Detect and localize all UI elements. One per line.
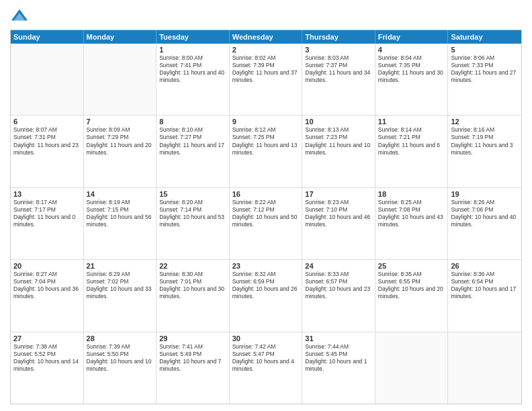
day-info: Sunrise: 7:42 AM Sunset: 5:47 PM Dayligh… — [232, 343, 300, 373]
calendar-cell: 12Sunrise: 8:16 AM Sunset: 7:19 PM Dayli… — [448, 116, 521, 187]
weekday-header: Wednesday — [230, 30, 303, 44]
day-number: 6 — [13, 118, 81, 126]
day-info: Sunrise: 8:25 AM Sunset: 7:08 PM Dayligh… — [378, 199, 445, 228]
calendar-cell — [11, 44, 84, 115]
day-number: 13 — [13, 190, 81, 198]
day-info: Sunrise: 7:38 AM Sunset: 5:52 PM Dayligh… — [13, 343, 81, 373]
calendar-row: 27Sunrise: 7:38 AM Sunset: 5:52 PM Dayli… — [11, 332, 521, 404]
calendar-cell: 27Sunrise: 7:38 AM Sunset: 5:52 PM Dayli… — [11, 332, 84, 404]
weekday-header: Thursday — [302, 30, 375, 44]
calendar-cell: 11Sunrise: 8:14 AM Sunset: 7:21 PM Dayli… — [375, 116, 449, 187]
calendar-cell — [375, 332, 449, 404]
day-number: 15 — [159, 190, 226, 198]
weekday-header: Friday — [375, 30, 449, 44]
day-number: 5 — [451, 46, 519, 54]
day-info: Sunrise: 8:19 AM Sunset: 7:15 PM Dayligh… — [87, 199, 154, 228]
calendar-cell — [448, 332, 521, 404]
calendar-cell: 7Sunrise: 8:09 AM Sunset: 7:29 PM Daylig… — [84, 116, 157, 187]
day-number: 14 — [87, 190, 154, 198]
day-info: Sunrise: 8:13 AM Sunset: 7:23 PM Dayligh… — [305, 126, 372, 156]
calendar-cell: 19Sunrise: 8:26 AM Sunset: 7:06 PM Dayli… — [448, 188, 521, 259]
weekday-header: Tuesday — [157, 30, 230, 44]
day-info: Sunrise: 8:02 AM Sunset: 7:39 PM Dayligh… — [232, 54, 300, 84]
day-number: 30 — [232, 334, 300, 342]
day-info: Sunrise: 8:29 AM Sunset: 7:02 PM Dayligh… — [87, 271, 154, 300]
day-number: 18 — [378, 190, 445, 198]
day-info: Sunrise: 8:23 AM Sunset: 7:10 PM Dayligh… — [305, 199, 372, 228]
logo — [10, 7, 32, 26]
day-info: Sunrise: 8:16 AM Sunset: 7:19 PM Dayligh… — [451, 126, 519, 156]
calendar-cell: 1Sunrise: 8:00 AM Sunset: 7:41 PM Daylig… — [157, 44, 230, 115]
calendar-cell: 29Sunrise: 7:41 AM Sunset: 5:49 PM Dayli… — [157, 332, 230, 404]
day-info: Sunrise: 8:33 AM Sunset: 6:57 PM Dayligh… — [305, 271, 372, 300]
calendar-cell: 4Sunrise: 8:04 AM Sunset: 7:35 PM Daylig… — [375, 44, 449, 115]
day-number: 3 — [305, 46, 372, 54]
day-info: Sunrise: 7:44 AM Sunset: 5:45 PM Dayligh… — [305, 343, 372, 373]
calendar-cell: 30Sunrise: 7:42 AM Sunset: 5:47 PM Dayli… — [230, 332, 303, 404]
day-number: 16 — [232, 190, 300, 198]
day-info: Sunrise: 8:14 AM Sunset: 7:21 PM Dayligh… — [378, 126, 445, 156]
day-number: 11 — [378, 118, 445, 126]
calendar-cell: 9Sunrise: 8:12 AM Sunset: 7:25 PM Daylig… — [230, 116, 303, 187]
day-info: Sunrise: 8:30 AM Sunset: 7:01 PM Dayligh… — [159, 271, 226, 300]
day-number: 7 — [87, 118, 154, 126]
day-number: 8 — [159, 118, 226, 126]
calendar-body: 1Sunrise: 8:00 AM Sunset: 7:41 PM Daylig… — [11, 44, 521, 404]
calendar-cell — [84, 44, 157, 115]
day-info: Sunrise: 8:03 AM Sunset: 7:37 PM Dayligh… — [305, 54, 372, 84]
calendar-cell: 26Sunrise: 8:36 AM Sunset: 6:54 PM Dayli… — [448, 260, 521, 331]
day-number: 1 — [159, 46, 226, 54]
header — [10, 7, 522, 26]
day-number: 31 — [305, 334, 372, 342]
calendar-cell: 10Sunrise: 8:13 AM Sunset: 7:23 PM Dayli… — [302, 116, 375, 187]
day-info: Sunrise: 8:06 AM Sunset: 7:33 PM Dayligh… — [451, 54, 519, 84]
day-info: Sunrise: 8:07 AM Sunset: 7:31 PM Dayligh… — [13, 126, 81, 156]
day-info: Sunrise: 8:22 AM Sunset: 7:12 PM Dayligh… — [232, 199, 300, 228]
weekday-header: Sunday — [11, 30, 84, 44]
day-number: 25 — [378, 262, 445, 270]
day-info: Sunrise: 8:27 AM Sunset: 7:04 PM Dayligh… — [13, 271, 81, 300]
day-info: Sunrise: 8:10 AM Sunset: 7:27 PM Dayligh… — [159, 126, 226, 156]
day-number: 29 — [159, 334, 226, 342]
calendar-cell: 22Sunrise: 8:30 AM Sunset: 7:01 PM Dayli… — [157, 260, 230, 331]
calendar-cell: 25Sunrise: 8:35 AM Sunset: 6:55 PM Dayli… — [375, 260, 449, 331]
day-number: 28 — [87, 334, 154, 342]
day-info: Sunrise: 8:26 AM Sunset: 7:06 PM Dayligh… — [451, 199, 519, 228]
calendar-cell: 14Sunrise: 8:19 AM Sunset: 7:15 PM Dayli… — [84, 188, 157, 259]
calendar-cell: 21Sunrise: 8:29 AM Sunset: 7:02 PM Dayli… — [84, 260, 157, 331]
calendar-cell: 13Sunrise: 8:17 AM Sunset: 7:17 PM Dayli… — [11, 188, 84, 259]
logo-icon — [10, 7, 29, 26]
calendar-row: 6Sunrise: 8:07 AM Sunset: 7:31 PM Daylig… — [11, 116, 521, 187]
calendar-cell: 18Sunrise: 8:25 AM Sunset: 7:08 PM Dayli… — [375, 188, 449, 259]
calendar-row: 20Sunrise: 8:27 AM Sunset: 7:04 PM Dayli… — [11, 260, 521, 332]
day-number: 4 — [378, 46, 445, 54]
day-number: 21 — [87, 262, 154, 270]
calendar-cell: 15Sunrise: 8:20 AM Sunset: 7:14 PM Dayli… — [157, 188, 230, 259]
weekday-header: Saturday — [448, 30, 521, 44]
day-info: Sunrise: 8:12 AM Sunset: 7:25 PM Dayligh… — [232, 126, 300, 156]
day-info: Sunrise: 8:35 AM Sunset: 6:55 PM Dayligh… — [378, 271, 445, 300]
calendar-cell: 17Sunrise: 8:23 AM Sunset: 7:10 PM Dayli… — [302, 188, 375, 259]
day-info: Sunrise: 8:36 AM Sunset: 6:54 PM Dayligh… — [451, 271, 519, 300]
day-info: Sunrise: 8:20 AM Sunset: 7:14 PM Dayligh… — [159, 199, 226, 228]
calendar-cell: 31Sunrise: 7:44 AM Sunset: 5:45 PM Dayli… — [302, 332, 375, 404]
day-info: Sunrise: 8:04 AM Sunset: 7:35 PM Dayligh… — [378, 54, 445, 84]
calendar-cell: 6Sunrise: 8:07 AM Sunset: 7:31 PM Daylig… — [11, 116, 84, 187]
day-number: 12 — [451, 118, 519, 126]
calendar-cell: 20Sunrise: 8:27 AM Sunset: 7:04 PM Dayli… — [11, 260, 84, 331]
calendar-cell: 5Sunrise: 8:06 AM Sunset: 7:33 PM Daylig… — [448, 44, 521, 115]
day-number: 17 — [305, 190, 372, 198]
calendar-cell: 8Sunrise: 8:10 AM Sunset: 7:27 PM Daylig… — [157, 116, 230, 187]
day-info: Sunrise: 7:41 AM Sunset: 5:49 PM Dayligh… — [159, 343, 226, 373]
page: SundayMondayTuesdayWednesdayThursdayFrid… — [0, 0, 532, 411]
day-number: 2 — [232, 46, 300, 54]
day-number: 23 — [232, 262, 300, 270]
day-number: 19 — [451, 190, 519, 198]
day-number: 20 — [13, 262, 81, 270]
calendar-cell: 3Sunrise: 8:03 AM Sunset: 7:37 PM Daylig… — [302, 44, 375, 115]
day-number: 9 — [232, 118, 300, 126]
calendar-cell: 24Sunrise: 8:33 AM Sunset: 6:57 PM Dayli… — [302, 260, 375, 331]
calendar-row: 1Sunrise: 8:00 AM Sunset: 7:41 PM Daylig… — [11, 44, 521, 116]
day-info: Sunrise: 8:00 AM Sunset: 7:41 PM Dayligh… — [159, 54, 226, 84]
day-number: 27 — [13, 334, 81, 342]
